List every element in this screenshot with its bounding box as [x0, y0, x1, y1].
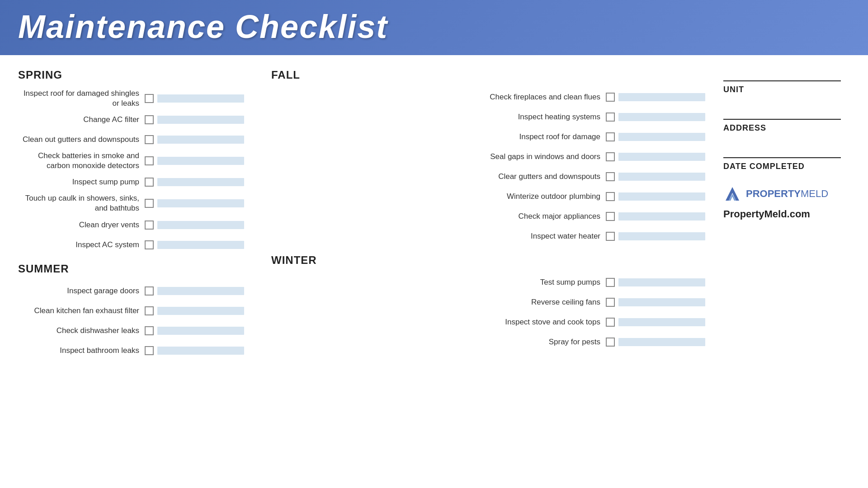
checkbox[interactable]: [145, 326, 154, 335]
fall-title: FALL: [271, 69, 705, 81]
checkbox-line: [157, 116, 244, 124]
middle-column: FALL Check fireplaces and clean flues In…: [244, 69, 705, 368]
list-item: Winterize outdoor plumbing: [271, 188, 705, 205]
checkbox-line: [618, 192, 705, 201]
unit-label: UNIT: [723, 85, 850, 94]
logo-meld: MELD: [801, 188, 828, 199]
list-item: Check major appliances: [271, 208, 705, 225]
address-field-group: ADDRESS: [723, 107, 850, 133]
spring-section: SPRING Inspect roof for damaged shingles…: [18, 69, 244, 253]
checkbox-line: [157, 307, 244, 315]
list-item: Inspect sump pump: [18, 174, 244, 191]
list-item: Clean dryer vents: [18, 216, 244, 234]
unit-input-line[interactable]: [723, 69, 841, 81]
checkbox[interactable]: [606, 113, 615, 122]
list-item: Inspect roof for damage: [271, 128, 705, 145]
checkbox[interactable]: [606, 278, 615, 287]
checkbox-line: [157, 94, 244, 103]
item-label: Check dishwasher leaks: [18, 326, 145, 336]
checkbox-line: [157, 287, 244, 295]
checkbox[interactable]: [145, 115, 154, 124]
item-label: Inspect heating systems: [271, 112, 606, 122]
checkbox-line: [618, 278, 705, 286]
checkbox[interactable]: [606, 172, 615, 181]
logo-area: PROPERTYMELD: [723, 185, 850, 203]
summer-section: SUMMER Inspect garage doors Clean kitche…: [18, 263, 244, 359]
checkbox-line: [618, 232, 705, 240]
checkbox[interactable]: [145, 156, 154, 165]
list-item: Test sump pumps: [271, 274, 705, 291]
checkbox[interactable]: [145, 346, 154, 355]
checkbox[interactable]: [145, 240, 154, 249]
checkbox[interactable]: [606, 212, 615, 221]
item-label: Seal gaps in windows and doors: [271, 152, 606, 162]
item-label: Inspect bathroom leaks: [18, 346, 145, 356]
checkbox-line: [618, 298, 705, 306]
list-item: Check fireplaces and clean flues: [271, 89, 705, 106]
checkbox-line: [157, 241, 244, 249]
list-item: Change AC filter: [18, 111, 244, 128]
item-label: Change AC filter: [18, 115, 145, 125]
left-column: SPRING Inspect roof for damaged shingles…: [18, 69, 244, 368]
checkbox[interactable]: [606, 298, 615, 307]
right-column: UNIT ADDRESS DATE COMPLETED PROPERTYMELD…: [705, 69, 850, 368]
list-item: Inspect stove and cook tops: [271, 314, 705, 331]
checkbox[interactable]: [145, 286, 154, 296]
unit-field-group: UNIT: [723, 69, 850, 94]
checkbox[interactable]: [145, 178, 154, 187]
checkbox[interactable]: [145, 221, 154, 230]
checkbox[interactable]: [606, 192, 615, 201]
item-label: Inspect sump pump: [18, 177, 145, 187]
list-item: Clean out gutters and downspouts: [18, 131, 244, 148]
checkbox-line: [618, 212, 705, 221]
item-label: Reverse ceiling fans: [271, 297, 606, 307]
list-item: Inspect heating systems: [271, 108, 705, 126]
list-item: Inspect roof for damaged shingles or lea…: [18, 89, 244, 108]
checkbox[interactable]: [606, 132, 615, 141]
checkbox[interactable]: [145, 94, 154, 103]
checkbox[interactable]: [145, 306, 154, 315]
checkbox-line: [157, 157, 244, 165]
checkbox-line: [157, 327, 244, 335]
item-label: Test sump pumps: [271, 277, 606, 287]
checkbox-line: [618, 153, 705, 161]
page-title: Maintenance Checklist: [18, 8, 850, 45]
item-label: Inspect AC system: [18, 240, 145, 250]
address-label: ADDRESS: [723, 123, 850, 133]
address-input-line[interactable]: [723, 107, 841, 120]
list-item: Touch up caulk in showers, sinks, and ba…: [18, 193, 244, 213]
checkbox[interactable]: [606, 232, 615, 241]
date-label: DATE COMPLETED: [723, 162, 850, 171]
checkbox-line: [618, 318, 705, 326]
item-label: Clean out gutters and downspouts: [18, 135, 145, 145]
item-label: Check fireplaces and clean flues: [271, 92, 606, 102]
website-url: PropertyMeld.com: [723, 208, 850, 220]
list-item: Clean kitchen fan exhaust filter: [18, 302, 244, 319]
winter-title: WINTER: [271, 254, 705, 267]
main-content: SPRING Inspect roof for damaged shingles…: [0, 55, 868, 377]
item-label: Inspect roof for damage: [271, 132, 606, 142]
checkbox[interactable]: [606, 152, 615, 161]
propertymeld-logo-icon: [723, 185, 741, 203]
list-item: Inspect garage doors: [18, 282, 244, 300]
checkbox[interactable]: [606, 93, 615, 102]
checkbox[interactable]: [606, 318, 615, 327]
item-label: Check major appliances: [271, 211, 606, 221]
checkbox-line: [618, 173, 705, 181]
list-item: Inspect water heater: [271, 228, 705, 245]
list-item: Seal gaps in windows and doors: [271, 148, 705, 165]
summer-title: SUMMER: [18, 263, 244, 275]
checkbox-line: [618, 113, 705, 121]
date-field-group: DATE COMPLETED: [723, 145, 850, 171]
logo-text: PROPERTYMELD: [746, 188, 828, 200]
item-label: Clean kitchen fan exhaust filter: [18, 306, 145, 316]
logo-property: PROPERTY: [746, 188, 801, 199]
checkbox[interactable]: [145, 199, 154, 208]
date-input-line[interactable]: [723, 145, 841, 158]
header: Maintenance Checklist: [0, 0, 868, 55]
checkbox[interactable]: [606, 338, 615, 347]
list-item: Inspect AC system: [18, 236, 244, 253]
list-item: Clear gutters and downspouts: [271, 168, 705, 185]
checkbox[interactable]: [145, 135, 154, 144]
item-label: Inspect roof for damaged shingles or lea…: [18, 89, 145, 108]
